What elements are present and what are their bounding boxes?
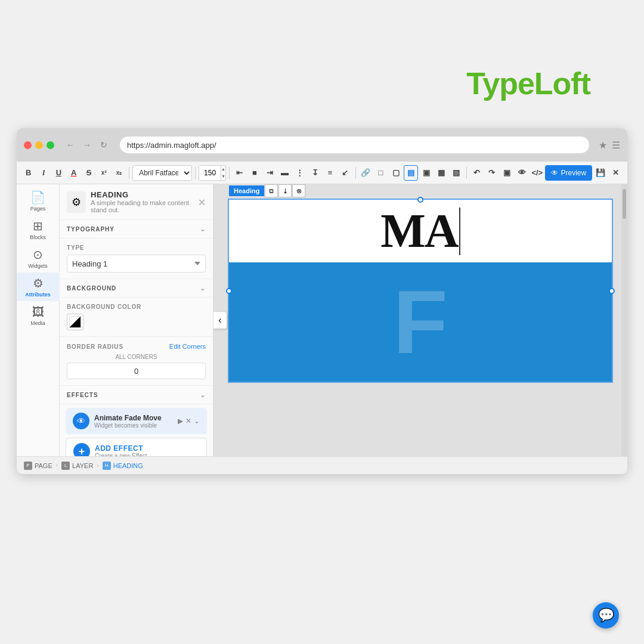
sidebar-item-widgets[interactable]: ⊙ Widgets [17,244,60,273]
media-label: Media [30,320,45,326]
widget-button[interactable]: □ [374,165,388,181]
resize-handle-top[interactable] [417,197,423,203]
breadcrumb-sep-2: › [97,462,98,469]
element-action-save[interactable]: ⤓ [278,184,292,197]
bold-button[interactable]: B [21,165,35,181]
list-ol-button[interactable]: ≡ [323,165,337,181]
desktop-button[interactable]: ▦ [434,165,448,181]
address-bar[interactable]: https://admin.magloft.app/ [120,137,589,153]
bookmark-icon[interactable]: ★ [599,140,607,151]
resize-handle-left[interactable] [226,288,232,294]
pages-icon: 📄 [30,190,45,205]
sidebar-item-pages[interactable]: 📄 Pages [17,187,60,215]
menu-icon[interactable]: ☰ [612,140,620,151]
refresh-button[interactable]: ↻ [97,138,110,151]
back-button[interactable]: ← [64,138,77,151]
sidebar-item-attributes[interactable]: ⚙ Attributes [17,273,60,301]
save-button[interactable]: 💾 [593,165,607,181]
typography-section-header[interactable]: TYPOGRAPHY ⌄ [60,220,213,239]
canvas-scrollbar-thumb [623,189,626,219]
element-action-delete[interactable]: ⊗ [292,184,305,197]
maximize-button[interactable] [47,141,54,149]
strikethrough-button[interactable]: S [82,165,95,181]
preview-label: Preview [561,169,586,177]
canvas-text-area[interactable]: MA [229,200,612,262]
superscript-button[interactable]: x² [97,165,111,181]
color-swatch[interactable] [67,314,83,330]
add-effect-button[interactable]: + ADD EFFECT Create a new Effect [66,438,207,456]
heading-text: MA [380,204,457,258]
layer-icon: L [61,462,70,470]
breadcrumb-heading[interactable]: H HEADING [103,462,143,470]
collapse-panel-button[interactable]: ‹ [213,312,227,329]
indent-button[interactable]: ↧ [308,165,322,181]
align-right-button[interactable]: ⇥ [263,165,277,181]
minimize-button[interactable] [35,141,43,149]
canvas-scrollbar[interactable] [621,184,627,456]
blocks-icon: ⊞ [33,219,43,233]
close-button[interactable] [24,141,32,149]
blue-letter: F [393,277,448,367]
sidebar-item-blocks[interactable]: ⊞ Blocks [17,215,60,244]
font-size-up[interactable]: ▲ [221,166,225,173]
font-size-box[interactable]: ▲ ▼ [199,165,226,181]
list-ul-button[interactable]: ⋮ [293,165,306,181]
background-section-header[interactable]: BACKGROUND ⌄ [60,279,213,298]
element-action-copy[interactable]: ⧉ [265,184,278,197]
code-button[interactable]: </> [530,165,544,181]
link-button[interactable]: 🔗 [358,165,372,181]
effect-delete-icon[interactable]: ✕ [185,417,191,425]
selected-element-label: Heading [229,185,264,196]
effects-arrow-icon: ⌄ [200,391,206,399]
align-justify-button[interactable]: ▬ [278,165,292,181]
forward-button[interactable]: → [80,138,94,151]
font-family-select[interactable]: Abril Fatface [132,165,192,181]
text-color-button[interactable]: A [67,165,80,181]
toolbar-sep-3 [229,167,230,179]
canvas-area: ‹ Heading ⧉ ⤓ ⊗ MA [213,184,627,456]
breadcrumb-heading-label: HEADING [113,462,143,469]
browser-window: ← → ↻ https://admin.magloft.app/ ★ ☰ B I… [17,128,627,474]
eye-button[interactable]: 👁 [515,165,529,181]
background-color-group: BACKGROUND COLOR [60,298,213,337]
effect-play-icon[interactable]: ▶ [178,417,183,425]
subscript-button[interactable]: x₂ [112,165,126,181]
redo-button[interactable]: ↷ [485,165,499,181]
image-button[interactable]: ▢ [389,165,402,181]
edit-corners-link[interactable]: Edit Corners [169,343,206,350]
resize-handle-right[interactable] [609,288,615,294]
effect-expand-icon[interactable]: ⌄ [194,417,200,425]
effects-label: EFFECTS [67,392,98,398]
type-select[interactable]: Heading 1 [67,255,206,273]
font-size-input[interactable] [199,166,221,180]
breadcrumb-layer[interactable]: L LAYER [61,462,93,470]
corner-radius-input[interactable] [67,363,206,379]
panel-close-button[interactable]: ✕ [198,196,206,208]
undo-button[interactable]: ↶ [470,165,484,181]
preview-eye-icon: 👁 [551,169,558,177]
chat-icon: 💬 [598,608,614,623]
font-size-down[interactable]: ▼ [221,173,225,180]
background-arrow-icon: ⌄ [200,284,206,292]
add-effect-text: ADD EFFECT Create a new Effect [95,444,147,457]
underline-button[interactable]: U [52,165,66,181]
preview-button[interactable]: 👁 Preview [545,165,592,181]
outdent-button[interactable]: ↙ [338,165,352,181]
type-field-group: TYPE Heading 1 [60,239,213,279]
tv-button[interactable]: ▧ [450,165,463,181]
canvas-blue-area: F [229,262,612,382]
tablet-button[interactable]: ▣ [419,165,433,181]
effect-item: 👁 Animate Fade Move Widget becomes visib… [66,408,207,434]
sidebar-item-media[interactable]: 🖼 Media [17,301,60,330]
italic-button[interactable]: I [36,165,50,181]
chat-button[interactable]: 💬 [593,602,619,628]
comment-button[interactable]: ▣ [500,165,513,181]
mobile-button[interactable]: ▤ [404,165,418,181]
align-center-button[interactable]: ■ [247,165,261,181]
close-editor-button[interactable]: ✕ [608,165,622,181]
breadcrumb-page[interactable]: P PAGE [24,462,52,470]
effects-section-header[interactable]: EFFECTS ⌄ [60,386,213,404]
editor-body: 📄 Pages ⊞ Blocks ⊙ Widgets ⚙ Attributes … [17,184,627,456]
align-left-button[interactable]: ⇤ [233,165,246,181]
widgets-label: Widgets [28,263,48,269]
